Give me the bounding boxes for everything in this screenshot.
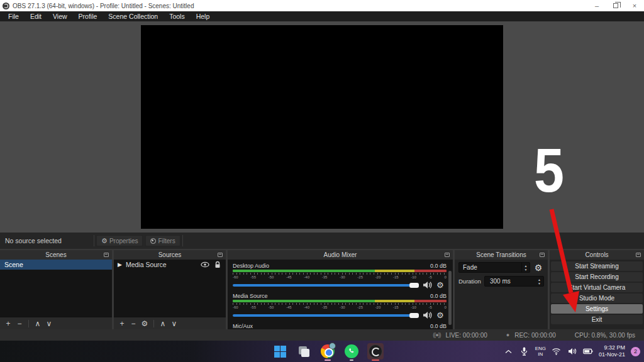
duration-input[interactable]: 300 ms ▲ ▼ (484, 276, 544, 287)
menu-bar: File Edit View Profile Scene Collection … (0, 11, 644, 21)
sources-panel-header[interactable]: Sources (114, 250, 226, 260)
lock-icon[interactable] (213, 261, 222, 268)
preview-canvas[interactable] (141, 25, 503, 229)
speaker-icon[interactable] (423, 281, 433, 289)
tick-label: -30 (340, 275, 345, 280)
panel-dock-icon (104, 253, 109, 257)
menu-scene-collection[interactable]: Scene Collection (103, 11, 164, 21)
add-scene-button[interactable]: + (4, 319, 13, 328)
source-toolbar: No source selected ⚙ Properties Filters (0, 233, 644, 249)
filters-button[interactable]: Filters (145, 235, 180, 246)
battery-icon[interactable] (583, 346, 593, 356)
scene-list-item[interactable]: Scene (0, 260, 112, 270)
volume-meter (233, 270, 447, 272)
separator (28, 320, 29, 327)
panel-dock-icon (540, 253, 545, 257)
volume-icon[interactable] (567, 346, 577, 356)
transition-settings-button[interactable]: ⚙ (533, 262, 544, 273)
mixer-channel-desktop-audio: Desktop Audio 0.0 dB -60-55-50-45-40-35-… (233, 261, 447, 290)
minimize-icon: – (595, 2, 599, 9)
language-indicator[interactable]: ENG IN (535, 346, 546, 357)
menu-profile[interactable]: Profile (73, 11, 103, 21)
minimize-button[interactable]: – (587, 0, 606, 11)
properties-button[interactable]: ⚙ Properties (96, 235, 143, 246)
settings-button[interactable]: Settings (551, 304, 643, 314)
wifi-icon[interactable] (552, 346, 562, 356)
restore-icon (613, 3, 618, 8)
volume-slider[interactable] (233, 281, 419, 290)
audio-mixer-title: Audio Mixer (324, 251, 357, 258)
slider-handle[interactable] (409, 283, 419, 288)
move-scene-down-button[interactable]: ∨ (45, 319, 53, 328)
menu-view[interactable]: View (47, 11, 73, 21)
move-scene-up-button[interactable]: ∧ (33, 319, 42, 328)
windows-start-icon (274, 346, 286, 358)
mixer-scrollbar[interactable] (448, 271, 452, 325)
volume-slider[interactable] (233, 311, 419, 320)
close-button[interactable]: × (625, 0, 644, 11)
tick-label: -15 (393, 275, 399, 280)
remove-scene-button[interactable]: − (15, 319, 24, 328)
gear-icon: ⚙ (101, 237, 108, 245)
studio-mode-button[interactable]: Studio Mode (551, 293, 643, 303)
tray-chevron-up-icon[interactable] (504, 346, 514, 356)
menu-help[interactable]: Help (191, 11, 216, 21)
chrome-profile-avatar (329, 343, 336, 349)
live-broadcast-icon: ((●)) (433, 332, 440, 338)
speaker-icon[interactable] (423, 311, 433, 319)
obs-taskbar-button[interactable] (367, 343, 384, 359)
exit-button[interactable]: Exit (551, 315, 643, 324)
task-view-button[interactable] (296, 343, 312, 359)
combo-spinner[interactable]: ▲ ▼ (521, 263, 530, 272)
media-play-icon: ▶ (118, 261, 122, 268)
move-source-down-button[interactable]: ∨ (170, 319, 179, 328)
scene-transitions-header[interactable]: Scene Transitions (455, 250, 548, 260)
microphone-icon[interactable] (519, 346, 530, 356)
scene-transitions-panel: Scene Transitions Fade ▲ ▼ ⚙ (455, 250, 548, 329)
scene-transitions-title: Scene Transitions (476, 251, 526, 258)
audio-mixer-panel: Audio Mixer Desktop Audio 0.0 dB -60-55-… (228, 250, 453, 329)
duration-spinner[interactable]: ▲ ▼ (535, 278, 543, 285)
panel-dock-icon (445, 253, 450, 257)
channel-name: Desktop Audio (233, 263, 269, 269)
live-timer: LIVE: 00:00:00 (446, 332, 487, 339)
obs-window: OBS 27.1.3 (64-bit, windows) - Profile: … (0, 0, 644, 362)
add-source-button[interactable]: + (118, 319, 126, 328)
panel-dock-icon (636, 253, 641, 257)
visibility-eye-icon[interactable] (201, 261, 209, 268)
chrome-taskbar-button[interactable] (319, 343, 336, 359)
scenes-panel: Scenes Scene + − ∧ ∨ (0, 250, 112, 329)
menu-edit[interactable]: Edit (25, 11, 47, 21)
sources-toolbar: + − ⚙ ∧ ∨ (114, 317, 226, 329)
transition-select[interactable]: Fade ▲ ▼ (458, 262, 530, 273)
spin-down-icon: ▼ (538, 282, 541, 285)
tick-label: -30 (340, 305, 345, 310)
tick-label: -55 (250, 305, 256, 310)
whatsapp-taskbar-button[interactable] (343, 343, 360, 359)
restore-button[interactable] (606, 0, 625, 11)
menu-file[interactable]: File (3, 11, 25, 21)
start-button[interactable] (272, 343, 288, 359)
scenes-panel-header[interactable]: Scenes (0, 250, 112, 260)
start-recording-button[interactable]: Start Recording (551, 272, 643, 282)
channel-settings-gear-icon[interactable]: ⚙ (436, 311, 444, 319)
remove-source-button[interactable]: − (129, 319, 138, 328)
window-controls: – × (587, 0, 644, 11)
slider-handle[interactable] (409, 313, 419, 318)
move-source-up-button[interactable]: ∧ (158, 319, 167, 328)
duration-label: Duration (458, 278, 481, 285)
volume-meter (233, 300, 447, 302)
source-list-item[interactable]: ▶ Media Source (114, 260, 226, 270)
audio-mixer-header[interactable]: Audio Mixer (228, 250, 453, 260)
taskbar-clock[interactable]: 9:32 PM 01-Nov-21 (599, 344, 625, 358)
menu-tools[interactable]: Tools (164, 11, 191, 21)
running-indicator (325, 359, 331, 361)
source-properties-button[interactable]: ⚙ (140, 319, 149, 328)
controls-panel-header[interactable]: Controls (550, 250, 644, 260)
notification-badge[interactable]: 2 (631, 347, 640, 356)
dock-area: Scenes Scene + − ∧ ∨ Sources (0, 249, 644, 329)
start-virtual-camera-button[interactable]: Start Virtual Camera (551, 283, 643, 292)
mixer-channel-mic-aux: Mic/Aux 0.0 dB (233, 322, 447, 329)
start-streaming-button[interactable]: Start Streaming (551, 261, 643, 271)
channel-settings-gear-icon[interactable]: ⚙ (436, 281, 444, 289)
